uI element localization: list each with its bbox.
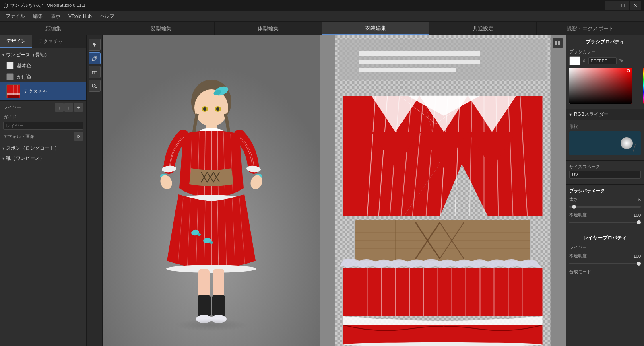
tab-common-settings[interactable]: 共通設定: [429, 22, 537, 35]
layer-item-texture[interactable]: テクスチャ: [0, 82, 86, 100]
size-space-dropdown[interactable]: UV Screen: [569, 171, 641, 179]
guide-input[interactable]: [3, 122, 83, 130]
layer-down-button[interactable]: ↓: [64, 103, 73, 112]
brush-color-swatch[interactable]: [569, 56, 580, 65]
svg-point-9: [95, 86, 97, 88]
brush-props-section: ブラシプロパティ ブラシカラー # ✎: [566, 35, 644, 109]
menu-file[interactable]: ファイル: [2, 12, 29, 21]
shape-label: 形状: [569, 124, 641, 130]
layer-label: レイヤー: [3, 105, 21, 111]
tab-texture[interactable]: テクスチャ: [32, 35, 69, 48]
canvas-toolbar: [553, 38, 563, 48]
opacity-row: 不透明度 100: [569, 212, 641, 224]
titlebar-controls[interactable]: — □ ✕: [605, 1, 641, 10]
layer-up-button[interactable]: ↑: [55, 103, 64, 112]
color-picker-eyedropper-button[interactable]: ✎: [619, 58, 624, 64]
svg-point-58: [175, 319, 248, 331]
rgb-slider-label: RGBスライダー: [574, 111, 609, 118]
svg-point-18: [203, 107, 206, 111]
left-panel: デザイン テクスチャ ▾ ワンピース（長袖） 基本色 かげ色: [0, 35, 87, 346]
group-onepiece[interactable]: ▾ ワンピース（長袖）: [0, 50, 86, 60]
svg-point-43: [209, 241, 213, 244]
svg-point-41: [197, 233, 201, 236]
topnav: 顔編集 髪型編集 体型編集 衣装編集 共通設定 撮影・エクスポート: [0, 22, 644, 35]
group-pants[interactable]: ▾ ズボン（ロングコート）: [0, 143, 86, 153]
select-tool-button[interactable]: [89, 39, 101, 51]
titlebar: ⬡ サンプルちゃん* - VRoidStudio 0.11.1 — □ ✕: [0, 0, 644, 11]
right-panel: ブラシプロパティ ブラシカラー # ✎: [566, 35, 644, 346]
opacity-slider[interactable]: [569, 222, 641, 223]
rgb-slider-header[interactable]: ▾ RGBスライダー: [566, 109, 644, 120]
texture-viewport[interactable]: [320, 35, 566, 346]
thickness-label-row: 太さ 5: [569, 196, 641, 202]
canvas-align-button[interactable]: [553, 38, 563, 48]
layer-list: ▾ ワンピース（長袖） 基本色 かげ色: [0, 48, 86, 346]
close-button[interactable]: ✕: [630, 1, 641, 10]
tab-face-edit[interactable]: 顔編集: [0, 22, 107, 35]
layer-opacity-label: 不透明度: [569, 253, 587, 259]
tab-photo-export[interactable]: 撮影・エクスポート: [537, 22, 644, 35]
size-space-dropdown-row: UV Screen: [569, 171, 641, 179]
chevron-right-icon: ▾: [2, 146, 4, 150]
blend-mode-row: 合成モード: [569, 269, 641, 275]
thickness-value: 5: [631, 197, 641, 202]
app-icon: ⬡: [3, 2, 8, 9]
fill-tool-button[interactable]: [89, 80, 101, 92]
svg-point-19: [216, 107, 219, 111]
base-color-swatch: [6, 62, 14, 69]
tab-hair-edit[interactable]: 髪型編集: [107, 22, 215, 35]
layer-add-button[interactable]: +: [74, 103, 83, 112]
chevron-right-icon-2: ▾: [2, 156, 4, 161]
shape-canvas[interactable]: ╲: [569, 131, 641, 155]
brush-props-title: ブラシプロパティ: [569, 39, 641, 45]
svg-rect-70: [359, 60, 480, 64]
brush-color-row: # ✎: [569, 56, 641, 65]
group-onepiece-label: ワンピース（長袖）: [6, 51, 50, 58]
opacity-label: 不透明度: [569, 212, 587, 218]
default-image-button[interactable]: ⟳: [74, 132, 83, 141]
menu-view[interactable]: 表示: [47, 12, 64, 21]
tab-outfit-edit[interactable]: 衣装編集: [322, 22, 429, 35]
chevron-down-rgb-icon: ▾: [569, 112, 572, 117]
titlebar-left: ⬡ サンプルちゃん* - VRoidStudio 0.11.1: [3, 2, 85, 9]
3d-viewport[interactable]: [103, 35, 320, 346]
brush-shape-dot: [621, 137, 633, 149]
layer-opacity-row: 不透明度 100: [569, 253, 641, 266]
svg-rect-61: [555, 43, 557, 45]
layer-opacity-slider[interactable]: [569, 263, 641, 264]
texture-label: テクスチャ: [23, 88, 47, 95]
default-image-label: デフォルト画像: [3, 134, 34, 140]
pen-tool-button[interactable]: [89, 52, 101, 64]
size-space-section: サイズスペース UV Screen: [566, 161, 644, 185]
opacity-label-row: 不透明度 100: [569, 212, 641, 218]
shadow-color-label: かげ色: [17, 74, 31, 80]
minimize-button[interactable]: —: [605, 1, 617, 10]
svg-rect-7: [92, 71, 97, 74]
group-shoes[interactable]: ▾ 靴（ワンピース）: [0, 153, 86, 163]
menu-edit[interactable]: 編集: [29, 12, 47, 21]
layer-controls: レイヤー ↑ ↓ + ガイド デフォルト画像 ⟳: [0, 100, 86, 143]
svg-rect-110: [343, 325, 543, 345]
eraser-tool-button[interactable]: [89, 66, 101, 78]
brush-color-hex-input[interactable]: [588, 57, 617, 64]
menu-vroid-hub[interactable]: VRoid Hub: [64, 13, 96, 20]
menu-help[interactable]: ヘルプ: [96, 12, 118, 21]
color-gradient-picker[interactable]: [569, 68, 632, 104]
thickness-slider[interactable]: [569, 206, 641, 208]
layer-item-shadow-color[interactable]: かげ色: [0, 71, 86, 82]
layer-opacity-label-row: 不透明度 100: [569, 253, 641, 259]
svg-rect-5: [8, 95, 19, 98]
color-picker-area[interactable]: [569, 68, 641, 104]
brush-params-title: ブラシパラメータ: [569, 188, 641, 194]
maximize-button[interactable]: □: [617, 1, 629, 10]
default-image-row: デフォルト画像 ⟳: [3, 132, 83, 141]
thickness-label: 太さ: [569, 196, 578, 202]
brush-params-section: ブラシパラメータ 太さ 5 不透明度 100: [566, 185, 644, 231]
tab-body-edit[interactable]: 体型編集: [215, 22, 322, 35]
tab-design[interactable]: デザイン: [0, 35, 32, 48]
guide-section: ガイド: [3, 114, 83, 130]
layer-props-title: レイヤープロパティ: [569, 235, 641, 241]
layer-item-base-color[interactable]: 基本色: [0, 60, 86, 71]
svg-point-13: [194, 89, 228, 126]
svg-rect-69: [359, 51, 480, 56]
